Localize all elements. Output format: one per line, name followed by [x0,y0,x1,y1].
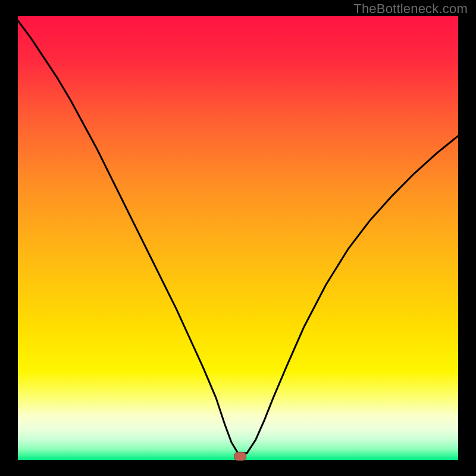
optimal-point-marker [234,452,246,461]
plot-area [18,16,458,460]
chart-svg [0,0,476,476]
chart-frame: TheBottleneck.com [0,0,476,476]
watermark-text: TheBottleneck.com [353,1,468,17]
